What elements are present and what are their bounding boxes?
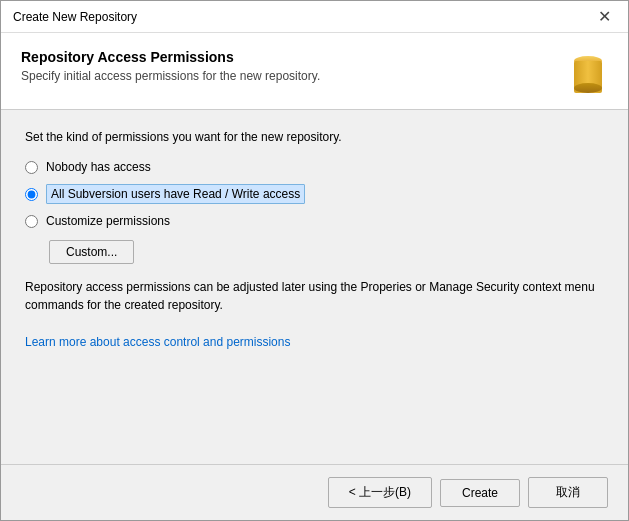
- header-text: Repository Access Permissions Specify in…: [21, 49, 320, 83]
- content-area: Set the kind of permissions you want for…: [1, 110, 628, 464]
- footer: < 上一步(B) Create 取消: [1, 464, 628, 520]
- radio-nobody-label: Nobody has access: [46, 160, 151, 174]
- radio-all[interactable]: [25, 188, 38, 201]
- radio-customize-label: Customize permissions: [46, 214, 170, 228]
- radio-option-all[interactable]: All Subversion users have Read / Write a…: [25, 184, 604, 204]
- cancel-button[interactable]: 取消: [528, 477, 608, 508]
- dialog-title: Create New Repository: [13, 10, 137, 24]
- radio-option-customize[interactable]: Customize permissions: [25, 214, 604, 228]
- create-button[interactable]: Create: [440, 479, 520, 507]
- dialog-window: Create New Repository ✕ Repository Acces…: [0, 0, 629, 521]
- radio-all-label: All Subversion users have Read / Write a…: [46, 184, 305, 204]
- custom-button[interactable]: Custom...: [49, 240, 134, 264]
- cylinder-bottom: [574, 83, 602, 93]
- info-text: Repository access permissions can be adj…: [25, 278, 604, 314]
- header-subtitle: Specify initial access permissions for t…: [21, 69, 320, 83]
- close-button[interactable]: ✕: [592, 5, 616, 29]
- header-title: Repository Access Permissions: [21, 49, 320, 65]
- header-section: Repository Access Permissions Specify in…: [1, 33, 628, 110]
- radio-option-nobody[interactable]: Nobody has access: [25, 160, 604, 174]
- section-description: Set the kind of permissions you want for…: [25, 130, 604, 144]
- back-button[interactable]: < 上一步(B): [328, 477, 432, 508]
- radio-nobody[interactable]: [25, 161, 38, 174]
- cylinder-icon: [574, 53, 602, 93]
- repo-icon: [568, 49, 608, 97]
- radio-group: Nobody has access All Subversion users h…: [25, 160, 604, 228]
- radio-customize[interactable]: [25, 215, 38, 228]
- title-bar: Create New Repository ✕: [1, 1, 628, 33]
- learn-more-link[interactable]: Learn more about access control and perm…: [25, 335, 290, 349]
